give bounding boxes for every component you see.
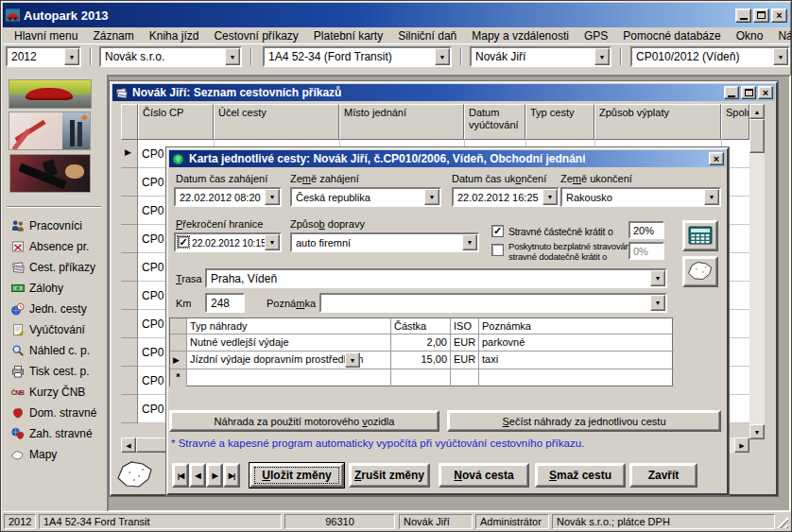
new-expense-row-selector[interactable]: * bbox=[170, 369, 187, 386]
list-titlebar[interactable]: Novák Jiří: Seznam cestovních příkazů × bbox=[112, 84, 775, 101]
resize-grip[interactable] bbox=[776, 516, 788, 528]
dropdown-icon[interactable]: ▼ bbox=[265, 189, 280, 205]
new-trip-button[interactable]: Nová cesta bbox=[439, 463, 529, 488]
nav-next-button[interactable]: ▶ bbox=[206, 463, 223, 488]
meal-cut-checkbox[interactable]: ✓ bbox=[491, 225, 504, 237]
expense-header-amount[interactable]: Částka bbox=[391, 318, 451, 335]
expense-note-cell[interactable]: taxi bbox=[479, 352, 674, 369]
list-row-cp[interactable]: CP0 bbox=[142, 374, 164, 387]
start-country-combo[interactable]: Česká republika ▼ bbox=[290, 187, 441, 207]
expense-row-selector[interactable]: ▶ bbox=[170, 352, 187, 369]
sidebar-item-absence[interactable]: Absence pr. bbox=[10, 239, 89, 254]
dialog-close-button[interactable]: × bbox=[709, 152, 724, 165]
sidebar-item-zah-stravne[interactable]: Zah. stravné bbox=[10, 426, 93, 441]
scroll-up-button[interactable]: ▲ bbox=[749, 104, 765, 119]
dropdown-icon[interactable]: ▼ bbox=[704, 189, 719, 205]
dialog-titlebar[interactable]: Karta jednotlivé cesty: Novák Jiří, č.CP… bbox=[169, 150, 726, 167]
sidebar-item-vyuctovani[interactable]: Vyúčtování bbox=[10, 322, 85, 337]
sidebar-item-jedn-cesty[interactable]: Jedn. cesty bbox=[10, 301, 87, 317]
meal-cut-input[interactable]: 20% bbox=[628, 221, 664, 239]
column-header-datum-vyuctovani[interactable]: Datum vyúčtování bbox=[464, 104, 525, 140]
dropdown-icon[interactable]: ▼ bbox=[345, 352, 360, 368]
expense-amount-cell[interactable]: 15,00 bbox=[391, 352, 451, 369]
calculator-button[interactable] bbox=[682, 220, 718, 251]
expense-iso-cell[interactable] bbox=[451, 369, 479, 386]
scroll-left-button[interactable]: ◀ bbox=[121, 438, 136, 453]
map-button[interactable] bbox=[682, 256, 718, 287]
nav-first-button[interactable]: |◀ bbox=[172, 463, 189, 488]
menu-kniha-jizd[interactable]: Kniha jízd bbox=[142, 27, 207, 44]
menu-zaznam[interactable]: Záznam bbox=[85, 27, 141, 44]
menu-cestovni-prikazy[interactable]: Cestovní příkazy bbox=[206, 27, 305, 44]
order-combo[interactable]: CP010/2012 (Vídeň) ▼ bbox=[630, 46, 790, 67]
dropdown-icon[interactable]: ▼ bbox=[542, 189, 558, 205]
list-row-cp[interactable]: CP0 bbox=[142, 317, 164, 331]
menu-okno[interactable]: Okno bbox=[729, 27, 771, 44]
note-combo[interactable]: ▼ bbox=[319, 293, 667, 313]
sidebar-item-tisk[interactable]: Tisk cest. p. bbox=[10, 364, 90, 379]
menu-gps[interactable]: GPS bbox=[577, 27, 615, 44]
expense-iso-cell[interactable]: EUR bbox=[451, 352, 479, 369]
v-scrollbar[interactable]: ▲ ▼ bbox=[749, 104, 765, 439]
sidebar-item-pracovnici[interactable]: Pracovníci bbox=[10, 218, 82, 233]
menu-silnicni-dan[interactable]: Silniční daň bbox=[390, 27, 464, 44]
expense-type-cell[interactable]: Jízdní výdaje dopravním prostředkem ▼ bbox=[187, 352, 391, 369]
maximize-button[interactable] bbox=[753, 9, 769, 23]
dropdown-icon[interactable]: ▼ bbox=[265, 234, 280, 250]
delete-trip-button[interactable]: Smaž cestu bbox=[535, 463, 626, 488]
list-row-cp[interactable]: CP0 bbox=[142, 346, 164, 359]
expense-type-cell[interactable]: Nutné vedlejší výdaje bbox=[187, 335, 391, 352]
sidebar-item-zalohy[interactable]: Zálohy bbox=[10, 281, 63, 296]
column-header-misto-jednani[interactable]: Místo jednání bbox=[339, 104, 464, 140]
list-minimize-button[interactable] bbox=[724, 86, 739, 99]
dropdown-icon[interactable]: ▼ bbox=[650, 295, 665, 311]
list-maximize-button[interactable] bbox=[741, 86, 756, 99]
transport-combo[interactable]: auto firemní ▼ bbox=[290, 232, 479, 252]
save-button[interactable]: Uložit změny bbox=[250, 463, 344, 488]
border-cross-datetime-combo[interactable]: ✓ 22.02.2012 10:15 ▼ bbox=[174, 232, 282, 252]
menu-mapy-a-vzdalenosti[interactable]: Mapy a vzdálenosti bbox=[464, 27, 577, 44]
sidebar-item-dom-stravne[interactable]: Dom. stravné bbox=[10, 405, 96, 420]
expense-iso-cell[interactable]: EUR bbox=[451, 335, 479, 352]
dropdown-icon[interactable]: ▼ bbox=[424, 189, 439, 205]
list-row-cp[interactable]: CP0 bbox=[142, 261, 164, 274]
list-row-cp[interactable]: CP0 bbox=[142, 403, 164, 416]
column-header-cislo-cp[interactable]: Číslo CP bbox=[138, 104, 214, 140]
dropdown-icon[interactable]: ▼ bbox=[435, 48, 450, 65]
sidebar-item-kurzy-cnb[interactable]: ČNB Kurzy ČNB bbox=[10, 385, 85, 400]
sidebar-item-cest-prikazy[interactable]: Cest. příkazy bbox=[10, 260, 95, 275]
expense-note-cell[interactable]: parkovné bbox=[479, 335, 674, 352]
dropdown-icon[interactable]: ▼ bbox=[594, 48, 610, 65]
window-titlebar[interactable]: Autopark 2013 × bbox=[3, 3, 790, 27]
sidebar-item-nahled[interactable]: Náhled c. p. bbox=[10, 343, 90, 358]
dropdown-icon[interactable]: ▼ bbox=[462, 234, 477, 250]
menu-platebni-karty[interactable]: Platební karty bbox=[306, 27, 390, 44]
dropdown-icon[interactable]: ▼ bbox=[650, 270, 665, 286]
expense-note-cell[interactable] bbox=[479, 369, 674, 386]
column-header-spolucestujici[interactable]: Spoluc bbox=[721, 104, 749, 140]
dropdown-icon[interactable]: ▼ bbox=[64, 48, 79, 65]
close-trip-button[interactable]: Zavřít bbox=[629, 463, 697, 488]
company-combo[interactable]: Novák s.r.o. ▼ bbox=[99, 46, 242, 67]
list-row-cp[interactable]: CP0 bbox=[142, 204, 164, 217]
nav-prev-button[interactable]: ◀ bbox=[189, 463, 206, 488]
column-header-typ-cesty[interactable]: Typ cesty bbox=[525, 104, 594, 140]
vehicle-compensation-button[interactable]: Náhrada za použití motorového vozidla bbox=[169, 410, 439, 432]
menu-pomocne-databaze[interactable]: Pomocné databáze bbox=[615, 27, 728, 44]
nav-last-button[interactable]: ▶| bbox=[223, 463, 240, 488]
row-selector-column[interactable]: ▶ bbox=[121, 140, 138, 423]
person-combo[interactable]: Novák Jiří ▼ bbox=[470, 46, 611, 67]
expense-type-cell[interactable] bbox=[187, 369, 391, 386]
end-datetime-combo[interactable]: 22.02.2012 16:25 ▼ bbox=[452, 187, 560, 207]
expense-header-iso[interactable]: ISO bbox=[451, 318, 479, 335]
discard-button[interactable]: Zrušit změny bbox=[349, 463, 430, 488]
start-datetime-combo[interactable]: 22.02.2012 08:20 ▼ bbox=[174, 187, 282, 207]
km-input[interactable]: 248 bbox=[205, 293, 245, 313]
sum-compensations-button[interactable]: Sečíst náhrady za jednotlivou cestu bbox=[447, 410, 721, 432]
list-row-cp[interactable]: CP0 bbox=[142, 232, 164, 246]
list-row-cp[interactable]: CP0 bbox=[142, 147, 164, 161]
dropdown-icon[interactable]: ▼ bbox=[225, 48, 240, 65]
route-combo[interactable]: Praha, Vídeň ▼ bbox=[205, 268, 667, 288]
list-row-cp[interactable]: CP0 bbox=[142, 176, 164, 189]
sidebar-item-mapy[interactable]: Mapy bbox=[10, 447, 57, 462]
